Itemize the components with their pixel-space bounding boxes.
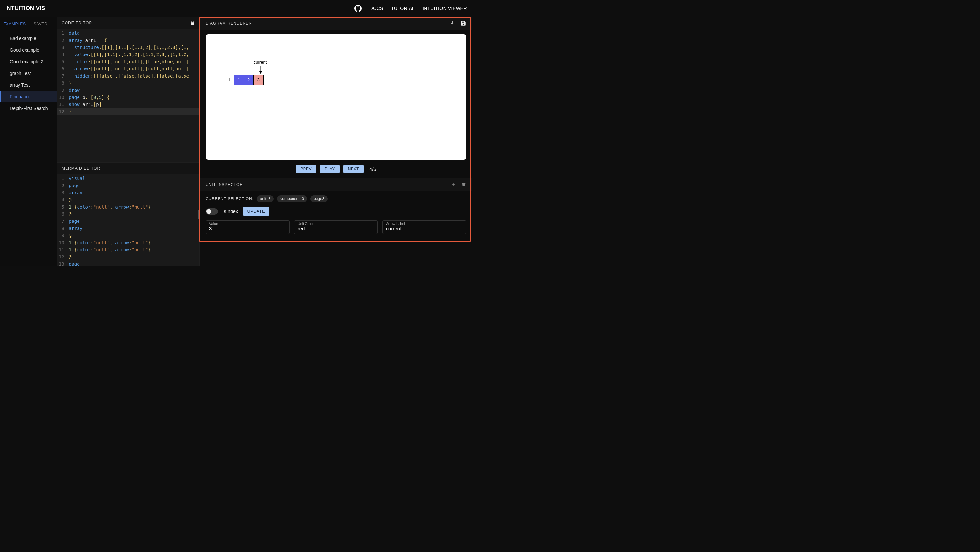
code-line[interactable]: 6 arrow:[[null],[null,null],[null,null,n… — [57, 65, 199, 72]
example-item[interactable]: array Test — [0, 79, 57, 91]
download-icon[interactable] — [449, 21, 455, 26]
arrowlabel-label: Arrow Label — [386, 222, 463, 226]
value-label: Value — [209, 222, 286, 226]
example-list: Bad exampleGood exampleGood example 2gra… — [0, 30, 57, 114]
selection-label: CURRENT SELECTION: — [205, 197, 254, 201]
line-number: 11 — [57, 246, 69, 253]
code-line[interactable]: 8} — [57, 80, 199, 87]
tab-examples[interactable]: EXAMPLES — [3, 20, 26, 30]
example-item[interactable]: Fibonacci — [0, 91, 57, 102]
line-number: 4 — [57, 196, 69, 204]
next-button[interactable]: NEXT — [344, 165, 364, 173]
line-number: 6 — [57, 210, 69, 218]
value-input[interactable] — [209, 226, 286, 231]
inspector-title: UNIT INSPECTOR — [205, 182, 243, 187]
code-line[interactable]: 4 value:[[1],[1,1],[1,1,2],[1,1,2,3],[1,… — [57, 51, 199, 58]
code-line[interactable]: 7 hidden:[[false],[false,false],[false,f… — [57, 72, 199, 80]
code-line[interactable]: 111 {color:"null", arrow:"null"} — [57, 246, 199, 253]
line-number: 2 — [57, 182, 69, 189]
nav-docs[interactable]: DOCS — [369, 6, 383, 11]
code-editor[interactable]: 1data:2array arr1 = {3 structure:[[1],[1… — [57, 29, 199, 162]
example-item[interactable]: Depth-First Search — [0, 102, 57, 114]
code-line[interactable]: 2array arr1 = { — [57, 37, 199, 44]
code-line[interactable]: 12} — [57, 108, 199, 115]
middle-column: CODE EDITOR 1data:2array arr1 = {3 struc… — [57, 17, 200, 266]
example-item[interactable]: Good example — [0, 44, 57, 56]
isindex-toggle[interactable] — [205, 208, 218, 215]
array-cell[interactable]: 1 — [234, 75, 244, 85]
code-line[interactable]: 3array — [57, 189, 199, 196]
code-line[interactable]: 3 structure:[[1],[1,1],[1,1,2],[1,1,2,3]… — [57, 44, 199, 51]
arrow-label: current — [252, 60, 268, 65]
mermaid-editor[interactable]: 1visual2page3array4@51 {color:"null", ar… — [57, 174, 199, 266]
nav-tutorial[interactable]: TUTORIAL — [391, 6, 415, 11]
unitcolor-input[interactable] — [298, 226, 375, 231]
line-number: 6 — [57, 65, 69, 72]
topbar: INTUITION VIS DOCS TUTORIAL INTUITION VI… — [0, 0, 472, 17]
code-line[interactable]: 9draw: — [57, 87, 199, 94]
chip-page[interactable]: page3 — [310, 195, 328, 202]
nav-intuition-viewer[interactable]: INTUITION VIEWER — [423, 6, 467, 11]
line-number: 8 — [57, 225, 69, 232]
line-number: 12 — [57, 253, 69, 261]
renderer-header: DIAGRAM RENDERER — [200, 17, 472, 30]
code-editor-header: CODE EDITOR — [57, 17, 199, 29]
code-line[interactable]: 5 color:[[null],[null,null],[blue,blue,n… — [57, 58, 199, 65]
play-button[interactable]: PLAY — [320, 165, 339, 173]
trash-icon[interactable] — [461, 182, 466, 187]
code-line[interactable]: 9@ — [57, 232, 199, 239]
code-line[interactable]: 11show arr1[p] — [57, 101, 199, 108]
array-visualization[interactable]: 1123 — [224, 75, 264, 85]
code-line[interactable]: 51 {color:"null", arrow:"null"} — [57, 204, 199, 210]
chip-component[interactable]: component_0 — [277, 195, 307, 202]
line-number: 9 — [57, 232, 69, 239]
line-number: 7 — [57, 72, 69, 80]
add-icon[interactable] — [451, 182, 456, 187]
code-line[interactable]: 13page — [57, 261, 199, 266]
example-item[interactable]: Good example 2 — [0, 56, 57, 67]
save-icon[interactable] — [460, 21, 466, 26]
unit-inspector: UNIT INSPECTOR CURRENT SELECTION: unit_3… — [200, 178, 472, 244]
arrowlabel-input[interactable] — [386, 226, 463, 231]
code-line[interactable]: 7page — [57, 218, 199, 225]
line-number: 1 — [57, 30, 69, 37]
example-item[interactable]: Bad example — [0, 32, 57, 44]
code-line[interactable]: 12@ — [57, 253, 199, 261]
array-cell[interactable]: 3 — [254, 75, 263, 85]
canvas-container: current 1123 — [200, 30, 472, 162]
example-item[interactable]: graph Test — [0, 67, 57, 79]
code-line[interactable]: 6@ — [57, 210, 199, 218]
chip-unit[interactable]: unit_3 — [257, 195, 274, 202]
line-number: 10 — [57, 239, 69, 246]
array-cell[interactable]: 2 — [244, 75, 254, 85]
prev-button[interactable]: PREV — [296, 165, 316, 173]
github-icon[interactable] — [355, 5, 361, 12]
line-number: 8 — [57, 80, 69, 87]
code-line[interactable]: 1data: — [57, 30, 199, 37]
array-cell[interactable]: 1 — [224, 75, 234, 85]
code-line[interactable]: 1visual — [57, 175, 199, 182]
top-nav: DOCS TUTORIAL INTUITION VIEWER — [355, 5, 467, 12]
line-number: 1 — [57, 175, 69, 182]
tab-saved[interactable]: SAVED — [34, 20, 48, 30]
sidebar: EXAMPLES SAVED Bad exampleGood exampleGo… — [0, 17, 57, 266]
lock-icon[interactable] — [190, 21, 195, 25]
line-number: 12 — [57, 108, 69, 115]
update-button[interactable]: UPDATE — [243, 207, 269, 216]
page-indicator: 4/6 — [369, 166, 376, 172]
code-line[interactable]: 101 {color:"null", arrow:"null"} — [57, 239, 199, 246]
mermaid-editor-header: MERMAID EDITOR — [57, 163, 199, 174]
code-line[interactable]: 4@ — [57, 196, 199, 204]
mermaid-editor-panel: MERMAID EDITOR 1visual2page3array4@51 {c… — [57, 162, 199, 266]
isindex-label: IsIndex — [223, 208, 238, 214]
code-line[interactable]: 10page p:=[0,5] { — [57, 94, 199, 101]
line-number: 2 — [57, 37, 69, 44]
line-number: 10 — [57, 94, 69, 101]
line-number: 3 — [57, 44, 69, 51]
mermaid-editor-title: MERMAID EDITOR — [62, 166, 100, 170]
code-line[interactable]: 2page — [57, 182, 199, 189]
line-number: 13 — [57, 261, 69, 266]
line-number: 9 — [57, 87, 69, 94]
code-line[interactable]: 8array — [57, 225, 199, 232]
diagram-canvas[interactable]: current 1123 — [205, 34, 466, 159]
